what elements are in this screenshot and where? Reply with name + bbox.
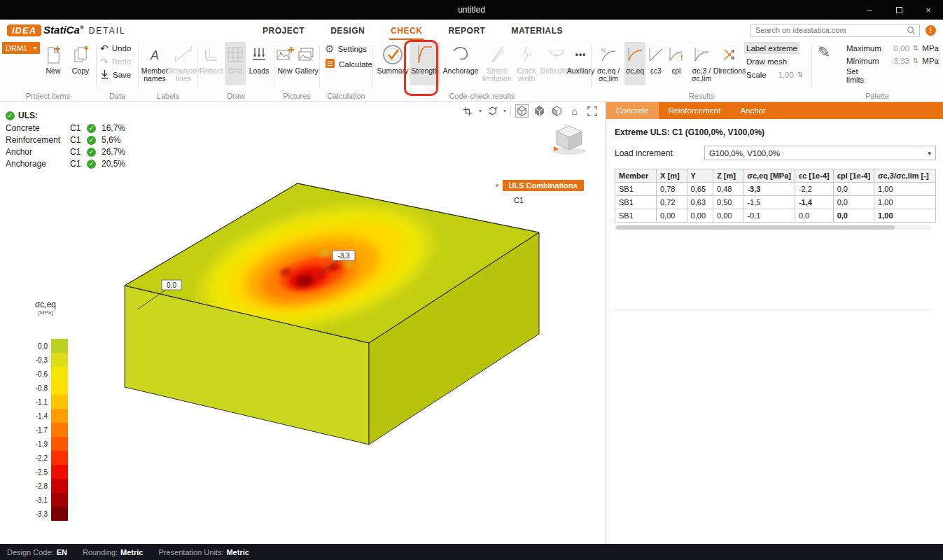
strain-curve-icon bbox=[648, 43, 664, 66]
new-picture-button[interactable]: New bbox=[275, 42, 295, 85]
loads-button[interactable]: Loads bbox=[247, 42, 271, 85]
home-view-icon[interactable]: ⌂ bbox=[568, 104, 581, 118]
group-caption: Labels bbox=[139, 92, 197, 100]
search-input[interactable] bbox=[755, 26, 907, 34]
anchorage-button[interactable]: Anchorage bbox=[442, 42, 480, 85]
summary-button[interactable]: Summary bbox=[376, 42, 410, 85]
palette-minimum-row: Minimum -3,33 ⇅ MPa bbox=[844, 55, 941, 66]
orbit-icon[interactable] bbox=[486, 104, 499, 118]
auxiliary-button[interactable]: ••• Auxiliary bbox=[571, 42, 590, 85]
scrollbar-thumb[interactable] bbox=[616, 225, 895, 230]
sigma-ceq-result-button[interactable]: σc,eq bbox=[624, 42, 645, 85]
scale-value[interactable]: 1,00 bbox=[770, 71, 794, 79]
table-horizontal-scrollbar[interactable] bbox=[615, 225, 931, 230]
search-icon bbox=[907, 26, 916, 35]
color-scale-row: -0,3 bbox=[25, 353, 68, 367]
stress-limitation-button[interactable]: Stress limitation bbox=[481, 42, 513, 85]
table-row[interactable]: SB10,720,630,50-1,5-1,40,01,00 bbox=[615, 196, 936, 209]
menu-tab-materials[interactable]: MATERIALS bbox=[510, 21, 564, 40]
calculate-button[interactable]: Calculate bbox=[323, 58, 375, 70]
table-row[interactable]: SB10,780,650,48-3,3-2,20,01,00 bbox=[615, 183, 936, 196]
view-transparent-icon[interactable] bbox=[550, 104, 564, 118]
project-item-selector[interactable]: DRM1 ▾ bbox=[2, 42, 40, 54]
redo-button[interactable]: ↷ Redo bbox=[98, 55, 133, 67]
minimum-unit: MPa bbox=[922, 57, 939, 65]
rebars-button[interactable]: Rebars bbox=[200, 42, 223, 85]
maximum-spinner[interactable]: ⇅ bbox=[913, 44, 918, 52]
minimum-value[interactable]: -3,33 bbox=[886, 57, 909, 65]
copy-project-item-button[interactable]: Copy bbox=[67, 42, 94, 85]
viewport-3d[interactable]: 0,0 -3,3 ▾ ▾ ⌂ bbox=[0, 102, 606, 544]
table-cell: 1,00 bbox=[874, 183, 936, 196]
save-button[interactable]: Save bbox=[98, 69, 133, 80]
edit-palette-button[interactable]: ✎ bbox=[818, 43, 830, 62]
panel-tab-reinforcement[interactable]: Reinforcement bbox=[659, 102, 731, 119]
scale-spinner[interactable]: ⇅ bbox=[797, 71, 803, 78]
statica-logo-text: StatiCa® bbox=[43, 24, 84, 36]
percent-curve-icon: % bbox=[600, 43, 617, 66]
directions-button[interactable]: Directions bbox=[717, 42, 742, 85]
combinations-header[interactable]: ▾ ULS Combinations bbox=[496, 180, 584, 191]
fullscreen-icon[interactable] bbox=[585, 104, 599, 118]
panel-tab-anchor[interactable]: Anchor bbox=[730, 102, 775, 119]
menu-tab-check[interactable]: CHECK bbox=[389, 21, 424, 40]
window-title: untitled bbox=[458, 5, 485, 15]
gallery-button[interactable]: Gallery bbox=[295, 42, 319, 85]
uls-row-value: 5,6% bbox=[102, 135, 120, 145]
svg-text:!: ! bbox=[680, 53, 683, 62]
table-header: σc,3/σc,lim [-] bbox=[874, 169, 936, 183]
section-cut-icon[interactable] bbox=[461, 104, 475, 118]
view-solid-icon[interactable] bbox=[533, 104, 546, 118]
table-cell: 0,0 bbox=[833, 196, 874, 209]
maximum-unit: MPa bbox=[922, 44, 939, 52]
navigation-cube[interactable] bbox=[548, 120, 593, 157]
color-scale-swatch bbox=[51, 353, 68, 367]
minimize-button[interactable]: – bbox=[855, 0, 884, 20]
section-cut-dropdown[interactable]: ▾ bbox=[479, 108, 482, 114]
restore-button[interactable] bbox=[884, 0, 914, 20]
results-table-body: SB10,780,650,48-3,3-2,20,01,00SB10,720,6… bbox=[615, 183, 936, 223]
dimension-lines-button[interactable]: Dimension lines bbox=[169, 42, 197, 85]
deflection-button[interactable]: Deflection bbox=[541, 42, 572, 85]
close-button[interactable]: × bbox=[914, 0, 943, 20]
epsilon-c3-result-button[interactable]: εc3 bbox=[646, 42, 666, 85]
undo-button[interactable]: ↶ Undo bbox=[98, 42, 133, 54]
menu-tab-project[interactable]: PROJECT bbox=[261, 21, 306, 40]
table-cell: 0,50 bbox=[713, 196, 743, 209]
check-icon: ✓ bbox=[6, 111, 15, 120]
sigma-c3-result-button[interactable]: σc,3 / σc,lim bbox=[687, 42, 716, 85]
strength-button[interactable]: Strength bbox=[410, 42, 440, 85]
minimum-spinner[interactable]: ⇅ bbox=[913, 57, 918, 64]
epsilon-pl-result-button[interactable]: ! εpl bbox=[666, 42, 686, 85]
set-limits-button[interactable]: Set limits bbox=[846, 67, 873, 84]
menu-tabs: PROJECTDESIGNCHECKREPORTMATERIALS bbox=[261, 20, 564, 41]
combination-item-c1[interactable]: C1 bbox=[514, 196, 584, 204]
account-icon[interactable]: ! bbox=[925, 25, 936, 36]
panel-tab-concrete[interactable]: Concrete bbox=[606, 102, 659, 119]
table-cell: 0,65 bbox=[687, 183, 713, 196]
search-box[interactable] bbox=[750, 24, 920, 37]
table-row[interactable]: SB10,000,000,00-0,10,00,01,00 bbox=[615, 209, 936, 223]
table-cell: -1,4 bbox=[795, 196, 833, 209]
table-cell: -0,1 bbox=[743, 209, 795, 223]
ribbon-group-data: ↶ Undo ↷ Redo Save Data bbox=[97, 41, 138, 102]
draw-mesh-toggle[interactable]: Draw mesh bbox=[744, 55, 789, 67]
crack-width-button[interactable]: Crack width bbox=[513, 42, 540, 85]
color-scale-row: -1,4 bbox=[25, 409, 68, 423]
scale-control: Scale 1,00 ⇅ bbox=[744, 69, 809, 80]
grid-button[interactable]: Grid bbox=[225, 42, 246, 85]
color-scale-swatch bbox=[51, 507, 68, 521]
color-scale-swatch bbox=[51, 479, 68, 493]
menu-tab-design[interactable]: DESIGN bbox=[329, 21, 366, 40]
view-wireframe-icon[interactable] bbox=[515, 104, 529, 118]
menu-tab-report[interactable]: REPORT bbox=[447, 21, 487, 40]
settings-button[interactable]: ⚙ Settings bbox=[323, 43, 369, 55]
color-scale-swatch bbox=[51, 367, 68, 381]
load-increment-select[interactable]: G100,0%, V100,0% ▾ bbox=[704, 146, 936, 160]
new-project-item-button[interactable]: New bbox=[41, 42, 66, 85]
label-extreme-toggle[interactable]: Label extreme bbox=[744, 42, 799, 54]
ribbon-group-draw: Rebars Grid Loads Draw bbox=[198, 41, 274, 102]
orbit-dropdown[interactable]: ▾ bbox=[503, 108, 506, 114]
utilization-result-button[interactable]: % σc,eq / σc,lim bbox=[593, 42, 624, 85]
maximum-value[interactable]: 0,00 bbox=[886, 44, 909, 52]
